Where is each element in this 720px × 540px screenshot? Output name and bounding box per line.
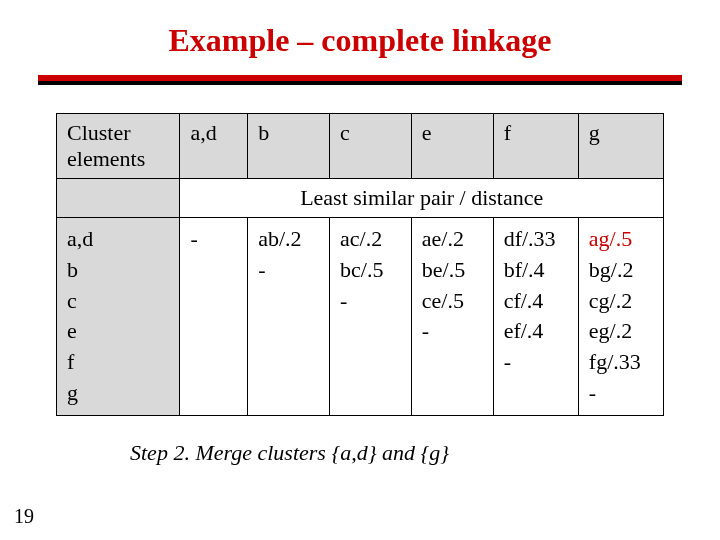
header-col-f: f xyxy=(493,114,578,179)
cell-value: - xyxy=(504,347,568,378)
step-caption: Step 2. Merge clusters {a,d} and {g} xyxy=(130,440,720,466)
row-label: a,d xyxy=(67,224,169,255)
data-row: a,d b c e f g - ab/.2 - ac/.2 bc/.5 xyxy=(57,218,664,416)
cell-value: ab/.2 xyxy=(258,224,319,255)
row-label: e xyxy=(67,316,169,347)
cell-c: ac/.2 bc/.5 - xyxy=(330,218,412,416)
cell-f: df/.33 bf/.4 cf/.4 ef/.4 - xyxy=(493,218,578,416)
subheader-text: Least similar pair / distance xyxy=(180,179,664,218)
cell-value: ae/.2 xyxy=(422,224,483,255)
cell-value: fg/.33 xyxy=(589,347,653,378)
cell-value: bg/.2 xyxy=(589,255,653,286)
cell-value: bc/.5 xyxy=(340,255,401,286)
page-number: 19 xyxy=(14,505,34,528)
cell-value: eg/.2 xyxy=(589,316,653,347)
cell-value: ef/.4 xyxy=(504,316,568,347)
header-row: Cluster elements a,d b c e f g xyxy=(57,114,664,179)
cell-value: - xyxy=(340,286,401,317)
subheader-blank xyxy=(57,179,180,218)
cell-value: ce/.5 xyxy=(422,286,483,317)
slide: Example – complete linkage Cluster eleme… xyxy=(0,0,720,540)
row-labels-cell: a,d b c e f g xyxy=(57,218,180,416)
cell-g: ag/.5 bg/.2 cg/.2 eg/.2 fg/.33 - xyxy=(578,218,663,416)
cell-b: ab/.2 - xyxy=(248,218,330,416)
header-col-ad: a,d xyxy=(180,114,248,179)
row-label: g xyxy=(67,378,169,409)
cell-ad: - xyxy=(180,218,248,416)
header-col-g: g xyxy=(578,114,663,179)
distance-table-wrapper: Cluster elements a,d b c e f g Least sim… xyxy=(56,113,664,416)
cell-value: cf/.4 xyxy=(504,286,568,317)
header-col-b: b xyxy=(248,114,330,179)
distance-table: Cluster elements a,d b c e f g Least sim… xyxy=(56,113,664,416)
cell-e: ae/.2 be/.5 ce/.5 - xyxy=(411,218,493,416)
cell-value: - xyxy=(190,224,237,255)
divider-black xyxy=(38,81,682,85)
cell-value-highlight: ag/.5 xyxy=(589,224,653,255)
row-label: f xyxy=(67,347,169,378)
header-col-e: e xyxy=(411,114,493,179)
cell-value: cg/.2 xyxy=(589,286,653,317)
divider xyxy=(38,75,682,85)
cell-value: be/.5 xyxy=(422,255,483,286)
header-corner: Cluster elements xyxy=(57,114,180,179)
row-label: c xyxy=(67,286,169,317)
cell-value: - xyxy=(589,378,653,409)
page-title: Example – complete linkage xyxy=(0,0,720,69)
subheader-row: Least similar pair / distance xyxy=(57,179,664,218)
header-col-c: c xyxy=(330,114,412,179)
cell-value: df/.33 xyxy=(504,224,568,255)
cell-value: ac/.2 xyxy=(340,224,401,255)
cell-value: - xyxy=(258,255,319,286)
cell-value: - xyxy=(422,316,483,347)
row-label: b xyxy=(67,255,169,286)
cell-value: bf/.4 xyxy=(504,255,568,286)
